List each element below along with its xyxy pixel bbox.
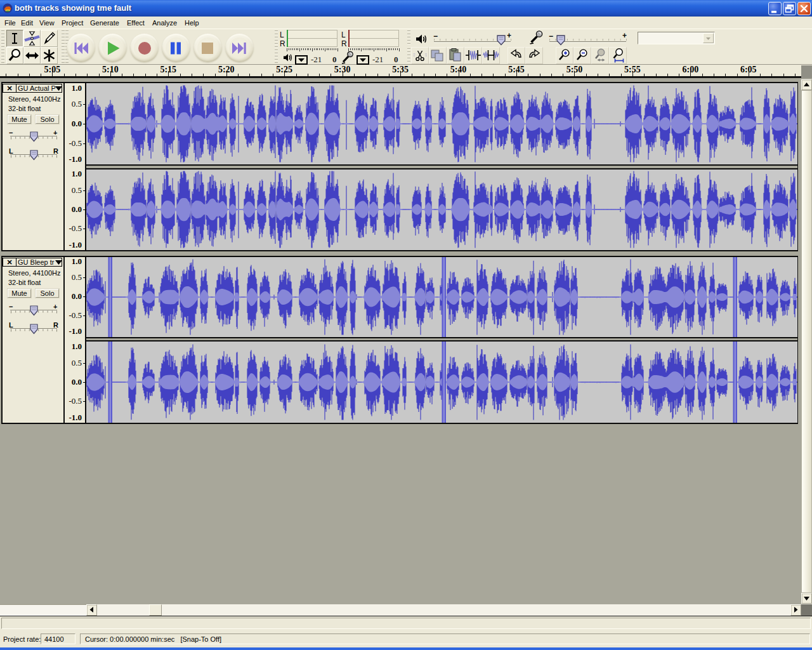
svg-text:5:25: 5:25 [276,65,292,74]
svg-text:5:50: 5:50 [566,65,583,74]
svg-text:5:40: 5:40 [450,65,467,74]
svg-text:5:05: 5:05 [44,65,61,74]
svg-text:5:15: 5:15 [160,65,176,74]
svg-text:5:20: 5:20 [218,65,235,74]
svg-text:6:00: 6:00 [683,65,699,74]
svg-text:5:30: 5:30 [334,65,351,74]
svg-text:5:10: 5:10 [102,65,119,74]
svg-text:5:45: 5:45 [508,65,525,74]
svg-text:5:55: 5:55 [624,65,641,74]
svg-text:6:05: 6:05 [740,65,757,74]
svg-text:5:35: 5:35 [392,65,409,74]
